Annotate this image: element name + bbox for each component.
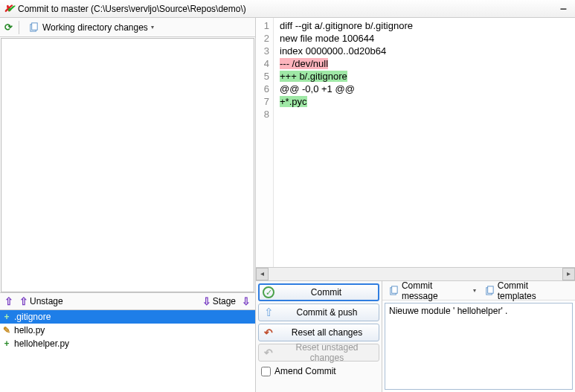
commit-push-label: Commit & push xyxy=(278,307,376,318)
chevron-down-icon: ▾ xyxy=(473,287,476,294)
modified-icon: ✎ xyxy=(1,325,12,335)
arrow-up-icon: ⇧ xyxy=(19,295,28,307)
arrow-up-icon: ⇧ xyxy=(262,306,275,319)
working-dir-label: Working directory changes xyxy=(42,22,148,33)
commit-message-label: Commit message xyxy=(402,280,471,301)
stage-label: Stage xyxy=(213,296,236,306)
unstage-button[interactable]: ⇧ Unstage xyxy=(16,295,66,307)
app-icon: ✘✔ xyxy=(4,3,15,14)
working-directory-dropdown[interactable]: Working directory changes ▾ xyxy=(24,20,158,34)
file-row[interactable]: ✎hello.py xyxy=(0,324,255,337)
commit-message-dropdown[interactable]: Commit message ▾ xyxy=(385,280,479,302)
added-icon: + xyxy=(1,312,12,322)
title-bar: ✘✔ Commit to master (C:\Users\vervljo\So… xyxy=(0,0,575,18)
working-dir-toolbar: ⟳ Working directory changes ▾ xyxy=(0,18,255,37)
commit-actions-column: ✓ Commit ⇧ Commit & push ↶ Reset all cha… xyxy=(256,281,382,392)
window-title: Commit to master (C:\Users\vervljo\Sourc… xyxy=(18,4,246,14)
file-row[interactable]: +hellohelper.py xyxy=(0,337,255,350)
documents-icon xyxy=(28,22,39,33)
minimize-button[interactable]: – xyxy=(556,2,571,16)
commit-templates-label: Commit templates xyxy=(498,280,569,301)
amend-label: Amend Commit xyxy=(274,366,336,376)
documents-icon xyxy=(388,285,399,296)
file-name: hello.py xyxy=(14,325,45,335)
chevron-down-icon: ▾ xyxy=(151,24,154,30)
unstage-label: Unstage xyxy=(30,296,63,306)
amend-commit-checkbox-row[interactable]: Amend Commit xyxy=(258,364,379,379)
diff-content: diff --git a/.gitignore b/.gitignorenew … xyxy=(274,18,413,267)
arrow-down-icon: ⇩ xyxy=(242,295,251,307)
scroll-left-button[interactable]: ◂ xyxy=(256,268,269,280)
horizontal-scrollbar[interactable]: ◂ ▸ xyxy=(256,267,575,280)
check-icon: ✓ xyxy=(263,286,274,298)
documents-icon xyxy=(484,285,495,296)
commit-message-column: Commit message ▾ Commit templates xyxy=(382,281,575,392)
commit-label: Commit xyxy=(277,287,375,298)
reset-unstaged-changes-button: ↶ Reset unstaged changes xyxy=(258,344,379,362)
reset-unstaged-label: Reset unstaged changes xyxy=(278,342,376,363)
file-name: .gitignore xyxy=(14,312,51,322)
stage-button[interactable]: ⇩ Stage xyxy=(199,295,239,307)
svg-rect-1 xyxy=(32,23,38,30)
added-icon: + xyxy=(1,338,12,349)
undo-icon: ↶ xyxy=(262,346,275,359)
diff-viewer[interactable]: 12345678 diff --git a/.gitignore b/.giti… xyxy=(256,18,575,267)
reset-all-label: Reset all changes xyxy=(278,327,376,338)
commit-button[interactable]: ✓ Commit xyxy=(258,283,379,301)
arrow-down-icon: ⇩ xyxy=(202,295,211,307)
message-toolbar: Commit message ▾ Commit templates xyxy=(382,281,575,301)
right-panel: 12345678 diff --git a/.gitignore b/.giti… xyxy=(256,18,575,392)
amend-commit-checkbox[interactable] xyxy=(261,367,271,376)
reset-all-changes-button[interactable]: ↶ Reset all changes xyxy=(258,324,379,341)
left-panel: ⟳ Working directory changes ▾ ⇧ ⇧ Unstag… xyxy=(0,18,256,392)
stage-all-button[interactable]: ⇩ xyxy=(239,295,254,307)
commit-and-push-button[interactable]: ⇧ Commit & push xyxy=(258,303,379,321)
file-name: hellohelper.py xyxy=(14,338,69,349)
commit-message-textarea[interactable] xyxy=(385,303,573,390)
stage-toolbar: ⇧ ⇧ Unstage ⇩ Stage ⇩ xyxy=(0,292,255,310)
undo-icon: ↶ xyxy=(262,326,275,339)
unstaged-files-area[interactable] xyxy=(1,38,254,292)
svg-rect-3 xyxy=(392,286,397,293)
commit-templates-dropdown[interactable]: Commit templates xyxy=(481,280,572,302)
commit-panel: ✓ Commit ⇧ Commit & push ↶ Reset all cha… xyxy=(256,280,575,392)
diff-line-numbers: 12345678 xyxy=(256,18,274,267)
refresh-icon[interactable]: ⟳ xyxy=(2,22,14,33)
file-row[interactable]: +.gitignore xyxy=(0,310,255,324)
unstage-all-button[interactable]: ⇧ xyxy=(1,295,16,307)
svg-rect-5 xyxy=(487,286,492,293)
arrow-up-icon: ⇧ xyxy=(4,295,13,307)
staged-files-list[interactable]: +.gitignore✎hello.py+hellohelper.py xyxy=(0,310,255,392)
scroll-right-button[interactable]: ▸ xyxy=(562,268,575,280)
